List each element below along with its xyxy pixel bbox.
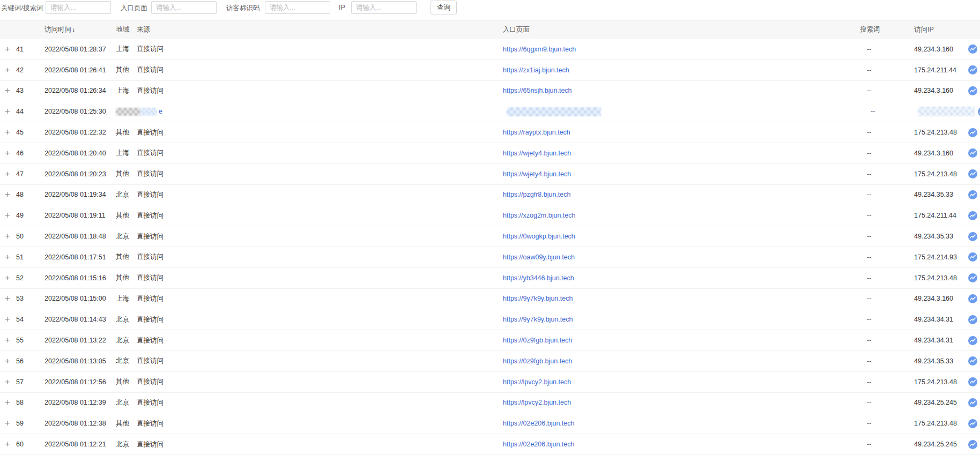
trend-chart-icon[interactable] — [968, 273, 977, 282]
entry-page-filter-input[interactable] — [151, 1, 217, 14]
expand-row-icon[interactable]: + — [5, 273, 10, 282]
table-row: + 50 2022/05/08 01:18:48 北京 直接访问 https:/… — [0, 226, 980, 247]
expand-row-icon[interactable]: + — [5, 377, 10, 386]
expand-row-icon[interactable]: + — [5, 439, 10, 449]
entry-page-link[interactable]: https://9y7k9y.bjun.tech — [503, 295, 573, 302]
sort-desc-icon[interactable]: ↓ — [72, 26, 75, 33]
expand-row-icon[interactable]: + — [5, 44, 10, 54]
expand-row-icon[interactable]: + — [5, 252, 10, 262]
expand-row-icon[interactable]: + — [5, 315, 10, 324]
trend-chart-icon[interactable] — [968, 232, 977, 241]
visit-ip: 49.234.34.31 — [911, 316, 965, 323]
entry-page-link[interactable]: https://wjety4.bjun.tech — [503, 170, 571, 178]
keyword-filter-input[interactable] — [46, 1, 111, 14]
region: 其他 — [116, 252, 137, 262]
visit-time: 2022/05/08 01:19:11 — [44, 212, 116, 219]
expand-row-icon[interactable]: + — [5, 148, 10, 158]
trend-chart-icon[interactable] — [978, 107, 980, 116]
trend-chart-icon[interactable] — [968, 44, 977, 54]
region: 其他 — [116, 65, 137, 74]
column-header-search-term: 搜索词 — [860, 25, 911, 34]
entry-page-link[interactable]: https://zx1iaj.bjun.tech — [503, 66, 569, 74]
row-number: 47 — [15, 170, 44, 178]
search-term: -- — [860, 87, 911, 94]
table-row: + 48 2022/05/08 01:19:34 北京 直接访问 https:/… — [0, 185, 980, 206]
trend-chart-icon[interactable] — [968, 315, 977, 324]
expand-row-icon[interactable]: + — [5, 190, 10, 199]
expand-row-icon[interactable]: + — [5, 294, 10, 303]
trend-chart-icon[interactable] — [968, 294, 977, 303]
visit-ip: 175.24.214.93 — [911, 253, 965, 261]
trend-chart-icon[interactable] — [968, 440, 977, 449]
expand-row-icon[interactable]: + — [5, 107, 10, 116]
trend-chart-icon[interactable] — [968, 128, 977, 137]
trend-chart-icon[interactable] — [968, 169, 977, 178]
trend-chart-icon[interactable] — [968, 336, 977, 345]
trend-chart-icon[interactable] — [968, 252, 977, 262]
region: 其他 — [116, 377, 137, 386]
trend-chart-icon[interactable] — [968, 419, 977, 428]
region: 其他 — [116, 169, 137, 178]
trend-chart-icon[interactable] — [968, 86, 977, 95]
trend-chart-icon[interactable] — [968, 398, 977, 407]
search-term: -- — [860, 129, 911, 136]
expand-row-icon[interactable]: + — [5, 211, 10, 220]
expand-row-icon[interactable]: + — [5, 398, 10, 407]
filter-bar: 关键词/搜索词 入口页面 访客标识码 IP 查询 — [0, 0, 980, 20]
expand-row-icon[interactable]: + — [5, 65, 10, 74]
expand-row-icon[interactable]: + — [5, 169, 10, 178]
expand-row-icon[interactable]: + — [5, 128, 10, 137]
trend-chart-icon[interactable] — [968, 211, 977, 220]
visit-time: 2022/05/08 01:12:38 — [44, 420, 116, 427]
row-number: 55 — [15, 337, 44, 344]
expand-row-icon[interactable]: + — [5, 335, 10, 345]
expand-row-icon[interactable]: + — [5, 232, 10, 241]
visit-time: 2022/05/08 01:28:37 — [44, 46, 116, 53]
expand-row-icon[interactable]: + — [5, 356, 10, 366]
source: 直接访问 — [137, 232, 503, 241]
expand-row-icon[interactable]: + — [5, 86, 10, 95]
search-term: -- — [860, 399, 911, 406]
entry-page-link[interactable]: https://yb3446.bjun.tech — [503, 274, 574, 282]
column-header-visit-time[interactable]: 访问时间↓ — [44, 25, 116, 34]
entry-page-link[interactable]: https://lpvcy2.bjun.tech — [503, 399, 571, 406]
entry-page-link[interactable]: https://wjety4.bjun.tech — [503, 150, 571, 157]
region: 北京 — [116, 232, 137, 241]
entry-page-link[interactable]: https://6qgxm9.bjun.tech — [503, 46, 576, 53]
entry-page-link[interactable]: https://9y7k9y.bjun.tech — [503, 316, 573, 323]
entry-page-link[interactable]: https://xzog2m.bjun.tech — [503, 212, 576, 219]
source: 直接访问 — [137, 294, 503, 303]
entry-page-link[interactable]: https://rayptx.bjun.tech — [503, 129, 570, 136]
visitor-id-filter-input[interactable] — [265, 1, 330, 14]
entry-page-link[interactable]: https://lpvcy2.bjun.tech — [503, 378, 571, 386]
entry-page-link[interactable]: https://pzgfr8.bjun.tech — [503, 191, 570, 198]
ip-filter-input[interactable] — [351, 1, 417, 14]
trend-chart-icon[interactable] — [968, 377, 977, 386]
source: 直接访问 — [137, 377, 503, 386]
source: 直接访问 — [137, 65, 503, 74]
trend-chart-icon[interactable] — [968, 356, 977, 366]
query-button[interactable]: 查询 — [430, 1, 457, 14]
trend-chart-icon[interactable] — [968, 65, 977, 74]
entry-page-link[interactable]: https://oaw09y.bjun.tech — [503, 253, 575, 261]
visit-ip: 175.24.211.44 — [911, 212, 965, 219]
source: 直接访问 — [137, 169, 503, 178]
entry-page: https://02e206.bjun.tech — [503, 441, 860, 448]
region: 北京 — [116, 190, 137, 199]
entry-page: https://lpvcy2.bjun.tech — [503, 399, 860, 406]
table-body: + 41 2022/05/08 01:28:37 上海 直接访问 https:/… — [0, 39, 980, 455]
source: 直接访问 — [137, 211, 503, 220]
expand-row-icon[interactable]: + — [5, 419, 10, 428]
search-term: -- — [860, 212, 911, 219]
trend-chart-icon[interactable] — [968, 148, 977, 158]
entry-page-link[interactable]: https://0z9fgb.bjun.tech — [503, 357, 572, 365]
table-row: + 60 2022/05/08 01:12:21 北京 直接访问 https:/… — [0, 434, 980, 455]
trend-chart-icon[interactable] — [968, 190, 977, 199]
entry-page-link[interactable]: https://65nsjh.bjun.tech — [503, 87, 572, 94]
entry-page-link[interactable]: https://0wogkp.bjun.tech — [503, 233, 575, 240]
visit-time: 2022/05/08 01:14:43 — [44, 316, 116, 323]
entry-page-link[interactable]: https://02e206.bjun.tech — [503, 420, 574, 427]
entry-page-link[interactable]: https://02e206.bjun.tech — [503, 441, 574, 448]
entry-page-link[interactable]: https://0z9fgb.bjun.tech — [503, 337, 572, 344]
search-term: -- — [860, 357, 911, 365]
